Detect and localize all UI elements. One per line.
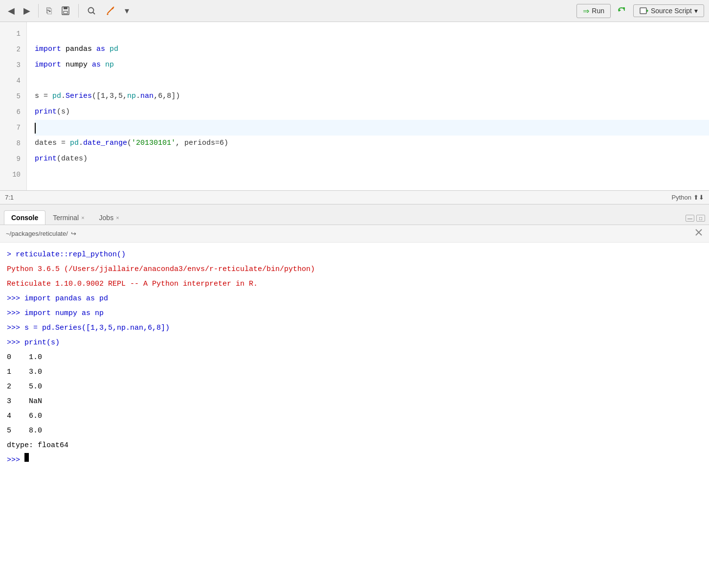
console-input-line[interactable]: >>> [7,453,702,468]
code-line-1 [35,26,709,42]
save-button[interactable] [58,4,73,18]
py-prompt-print: >>> [7,336,24,350]
source-label: Source Script [651,7,692,15]
console-path-bar: ~/packages/reticulate/ ↪ [0,225,709,243]
language-dropdown-icon: ⬆⬇ [693,194,704,201]
py-code-print: print(s) [24,336,60,350]
line-numbers: 1 2 3 4 5 6 7 8 9 10 [0,22,27,190]
line-num-6: 6 [0,104,26,120]
svg-marker-8 [619,9,621,12]
line-num-3: 3 [0,57,26,73]
console-output-4: 4 6.0 [7,409,702,424]
py-prompt-series: >>> [7,321,24,336]
divider-1 [38,4,39,18]
console-output-dtype: dtype: float64 [7,438,702,453]
svg-marker-11 [647,9,648,12]
svg-line-4 [93,12,95,14]
maximize-button[interactable]: □ [696,215,705,222]
tab-terminal-label: Terminal [53,214,79,222]
svg-rect-9 [640,8,646,14]
copy-button[interactable]: ⎘ [44,4,55,18]
line-num-4: 4 [0,73,26,89]
py-prompt-pandas: >>> [7,292,24,306]
code-line-5: s = pd.Series([1,3,5,np.nan,6,8]) [35,89,709,104]
svg-text:✦: ✦ [111,6,114,11]
py-code-pandas: import pandas as pd [24,292,108,306]
reticulate-info: Reticulate 1.10.0.9002 REPL -- A Python … [7,277,258,292]
console-output-0: 0 1.0 [7,350,702,365]
line-num-8: 8 [0,136,26,151]
run-label: Run [592,7,604,15]
svg-rect-2 [64,11,67,14]
divider-2 [78,4,79,18]
console-cursor [24,453,29,462]
code-line-3: import numpy as np [35,57,709,73]
python-version: Python 3.6.5 (/Users/jjallaire/anaconda3… [7,262,315,277]
tab-jobs-label: Jobs [99,214,114,222]
svg-marker-6 [107,13,109,15]
py-prompt-numpy: >>> [7,306,24,321]
console-line-3: Reticulate 1.10.0.9002 REPL -- A Python … [7,277,702,292]
r-prompt-1: > reticulate::repl_python() [7,248,126,262]
console-line-7: >>> print(s) [7,336,702,350]
code-line-8: dates = pd.date_range('20130101', period… [35,136,709,151]
console-panel: Console Terminal × Jobs × — □ ~/packages… [0,204,709,588]
source-script-button[interactable]: Source Script ▾ [633,4,704,17]
tab-console-label: Console [11,214,38,222]
svg-rect-1 [64,7,67,9]
console-output-3: 3 NaN [7,394,702,409]
py-prompt-current: >>> [7,453,24,468]
dropdown-button[interactable]: ▾ [122,3,132,18]
status-bar: 7:1 Python ⬆⬇ [0,191,709,204]
console-line-5: >>> import numpy as np [7,306,702,321]
cursor-position: 7:1 [5,194,672,201]
source-dropdown-icon: ▾ [694,7,698,15]
console-line-6: >>> s = pd.Series([1,3,5,np.nan,6,8]) [7,321,702,336]
search-button[interactable] [84,4,99,18]
line-num-7: 7 [0,120,26,136]
console-path-text: ~/packages/reticulate/ [6,230,68,237]
line-num-1: 1 [0,26,26,42]
magic-button[interactable]: ✦ [102,4,119,18]
code-line-6: print(s) [35,104,709,120]
code-line-10 [35,167,709,182]
console-line-1: > reticulate::repl_python() [7,248,702,262]
console-output-1: 1 3.0 [7,365,702,380]
console-output-2: 2 5.0 [7,380,702,394]
redo-button[interactable] [614,4,630,18]
language-label: Python [672,194,691,201]
clear-console-button[interactable] [694,228,703,239]
code-line-2: import pandas as pd [35,42,709,57]
minimize-button[interactable]: — [686,215,694,222]
code-line-9: print(dates) [35,151,709,167]
run-button[interactable]: ⇒ Run [576,4,611,18]
tabs-bar: Console Terminal × Jobs × — □ [0,204,709,225]
language-indicator[interactable]: Python ⬆⬇ [672,194,704,201]
tab-terminal-close[interactable]: × [81,215,84,221]
py-code-series: s = pd.Series([1,3,5,np.nan,6,8]) [24,321,170,336]
py-code-numpy: import numpy as np [24,306,104,321]
code-area[interactable]: import pandas as pd import numpy as np s… [27,22,709,190]
path-link-icon[interactable]: ↪ [71,230,76,237]
line-num-9: 9 [0,151,26,167]
line-num-10: 10 [0,167,26,182]
tab-jobs[interactable]: Jobs × [92,210,127,225]
run-arrow-icon: ⇒ [583,6,589,16]
svg-point-3 [89,8,94,13]
tab-console[interactable]: Console [4,210,45,225]
console-line-4: >>> import pandas as pd [7,292,702,306]
toolbar: ◀ ▶ ⎘ ✦ ▾ ⇒ Run [0,0,709,22]
tab-actions: — □ [686,215,705,225]
tab-terminal[interactable]: Terminal × [45,210,91,225]
forward-button[interactable]: ▶ [21,3,33,18]
tab-jobs-close[interactable]: × [116,215,119,221]
console-output[interactable]: > reticulate::repl_python() Python 3.6.5… [0,243,709,588]
code-line-7 [35,120,709,136]
line-num-5: 5 [0,89,26,104]
console-line-2: Python 3.6.5 (/Users/jjallaire/anaconda3… [7,262,702,277]
console-output-5: 5 8.0 [7,424,702,438]
back-button[interactable]: ◀ [5,3,18,18]
line-num-2: 2 [0,42,26,57]
code-line-4 [35,73,709,89]
editor: 1 2 3 4 5 6 7 8 9 10 import pandas as pd… [0,22,709,191]
